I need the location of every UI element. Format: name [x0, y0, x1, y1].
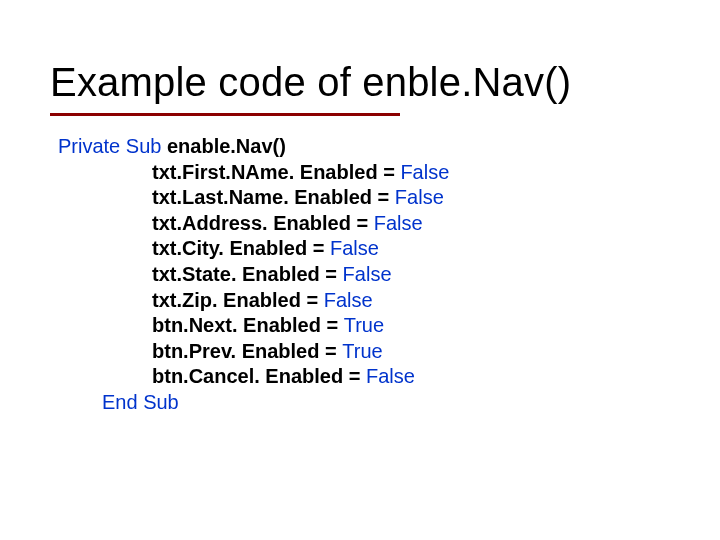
code-value: True	[344, 314, 384, 336]
code-object: txt.Zip. Enabled	[152, 289, 301, 311]
code-object: txt.City. Enabled	[152, 237, 307, 259]
code-sub-declaration: Private Sub enable.Nav()	[58, 134, 670, 160]
code-object: btn.Cancel. Enabled	[152, 365, 343, 387]
code-value: False	[343, 263, 392, 285]
code-object: btn.Next. Enabled	[152, 314, 321, 336]
code-equals: =	[343, 365, 366, 387]
sub-name: enable.Nav()	[167, 135, 286, 157]
code-equals: =	[301, 289, 324, 311]
code-equals: =	[378, 161, 401, 183]
code-object: txt.State. Enabled	[152, 263, 320, 285]
code-equals: =	[319, 340, 342, 362]
code-value: False	[324, 289, 373, 311]
code-equals: =	[351, 212, 374, 234]
code-end-sub: End Sub	[58, 390, 670, 416]
code-value: False	[330, 237, 379, 259]
title-block: Example code of enble.Nav()	[50, 60, 670, 116]
code-equals: =	[372, 186, 395, 208]
code-value: True	[342, 340, 382, 362]
code-object: txt.Address. Enabled	[152, 212, 351, 234]
keyword-private-sub: Private Sub	[58, 135, 161, 157]
code-line: btn.Prev. Enabled = True	[58, 339, 670, 365]
code-value: False	[366, 365, 415, 387]
code-line: txt.Last.Name. Enabled = False	[58, 185, 670, 211]
code-line: btn.Next. Enabled = True	[58, 313, 670, 339]
code-line: txt.Address. Enabled = False	[58, 211, 670, 237]
code-line: txt.Zip. Enabled = False	[58, 288, 670, 314]
code-line: txt.First.NAme. Enabled = False	[58, 160, 670, 186]
code-equals: =	[320, 263, 343, 285]
code-equals: =	[321, 314, 344, 336]
page-title: Example code of enble.Nav()	[50, 60, 670, 111]
code-line: txt.State. Enabled = False	[58, 262, 670, 288]
code-object: txt.First.NAme. Enabled	[152, 161, 378, 183]
code-line: btn.Cancel. Enabled = False	[58, 364, 670, 390]
title-underline	[50, 113, 400, 116]
code-block: Private Sub enable.Nav() txt.First.NAme.…	[58, 134, 670, 416]
code-value: False	[400, 161, 449, 183]
code-object: btn.Prev. Enabled	[152, 340, 319, 362]
code-equals: =	[307, 237, 330, 259]
code-value: False	[374, 212, 423, 234]
code-value: False	[395, 186, 444, 208]
slide: Example code of enble.Nav() Private Sub …	[0, 0, 720, 540]
code-object: txt.Last.Name. Enabled	[152, 186, 372, 208]
code-line: txt.City. Enabled = False	[58, 236, 670, 262]
